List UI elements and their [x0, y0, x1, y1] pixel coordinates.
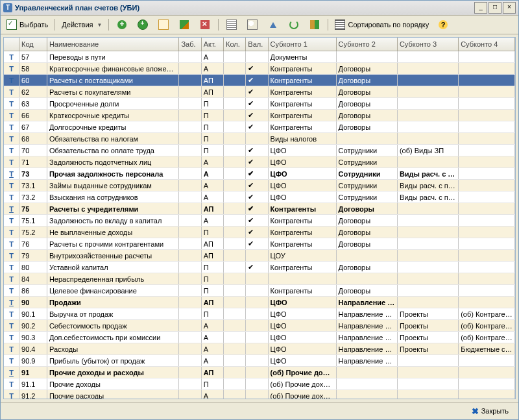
- column-header[interactable]: Заб.: [179, 38, 201, 51]
- table-row[interactable]: T90.2Себестоимость продажАЦФОНаправление…: [4, 320, 515, 332]
- column-header[interactable]: Вал.: [246, 38, 268, 51]
- table-cell: [246, 285, 268, 297]
- table-cell: [459, 262, 515, 273]
- table-row[interactable]: T91.1Прочие доходыП(об) Прочие доход…: [4, 378, 515, 390]
- table-cell: Проекты: [397, 332, 458, 343]
- table-cell: ✔: [246, 145, 268, 156]
- delete-button[interactable]: [195, 18, 215, 32]
- grid-scroll[interactable]: КодНаименованиеЗаб.Акт.Кол.Вал.Субконто …: [4, 38, 515, 399]
- table-cell: П: [201, 308, 223, 320]
- copy-button[interactable]: [154, 18, 173, 32]
- table-cell: 86: [19, 285, 47, 297]
- table-row[interactable]: T90.9Прибыль (убыток) от продажАЦФОНапра…: [4, 355, 515, 367]
- table-cell: [224, 51, 246, 63]
- table-cell: П: [201, 98, 223, 110]
- table-row[interactable]: T75.1Задолжность по вкладу в капиталА✔Ко…: [4, 215, 515, 227]
- table-cell: [224, 308, 246, 320]
- table-row[interactable]: T90ПродажиАПЦФОНаправление деят…: [4, 297, 515, 308]
- table-cell: [179, 227, 201, 238]
- refresh-button[interactable]: [284, 18, 304, 32]
- close-window-button[interactable]: ×: [503, 2, 516, 14]
- maximize-button[interactable]: □: [489, 2, 501, 14]
- table-row[interactable]: T79Внутрихозяйственные расчетыАПЦОУ: [4, 250, 515, 262]
- table-cell: 58: [19, 63, 47, 75]
- actions-dropdown[interactable]: Действия▼: [58, 18, 105, 32]
- table-cell: А: [201, 51, 223, 63]
- sort-button[interactable]: Сортировать по порядку: [332, 18, 432, 32]
- table-row[interactable]: T90.4РасходыАЦФОНаправление деятель…Прое…: [4, 343, 515, 355]
- table-cell: [459, 227, 515, 238]
- table-cell: А: [201, 180, 223, 191]
- add-group-button[interactable]: [133, 18, 152, 32]
- table-row[interactable]: T60Расчеты с поставщикамиАП✔КонтрагентыД…: [4, 75, 515, 86]
- table-cell: Расходы: [47, 343, 179, 355]
- table-row[interactable]: T76Расчеты с прочими контрагентамиАП✔Кон…: [4, 238, 515, 250]
- table-cell: П: [201, 133, 223, 145]
- column-header[interactable]: Код: [19, 38, 47, 51]
- table-cell: П: [201, 273, 223, 285]
- table-row[interactable]: T71Задолжность подотчетных лицА✔ЦФОСотру…: [4, 156, 515, 168]
- table-cell: 91.2: [19, 390, 47, 399]
- table-cell: [336, 390, 397, 399]
- find-button[interactable]: [243, 18, 262, 32]
- table-cell: Расчеты с покупателями: [47, 86, 179, 98]
- table-cell: [179, 297, 201, 308]
- table-cell: [336, 133, 397, 145]
- table-cell: (об) Прочие доход…: [268, 390, 336, 399]
- move-button[interactable]: [305, 18, 324, 32]
- column-header[interactable]: [4, 38, 19, 51]
- table-row[interactable]: T91.2Прочие расходыА(об) Прочие доход…: [4, 390, 515, 399]
- table-row[interactable]: T70Обязательства по оплате трудаП✔ЦФОСот…: [4, 145, 515, 156]
- column-header[interactable]: Субконто 2: [336, 38, 397, 51]
- table-cell: [224, 238, 246, 250]
- table-cell: T: [4, 238, 19, 250]
- table-cell: А: [201, 191, 223, 203]
- table-row[interactable]: T66Краткосрочные кредитыП✔КонтрагентыДог…: [4, 110, 515, 121]
- column-header[interactable]: Кол.: [224, 38, 246, 51]
- level-up-button[interactable]: [263, 18, 283, 32]
- table-row[interactable]: T57Переводы в путиАДокументы: [4, 51, 515, 63]
- table-cell: [397, 355, 458, 367]
- table-cell: Проекты: [397, 343, 458, 355]
- table-row[interactable]: T90.3Доп.себестоимость при комиссииАЦФОН…: [4, 332, 515, 343]
- table-cell: Документы: [268, 51, 336, 63]
- table-cell: [246, 250, 268, 262]
- table-row[interactable]: T91Прочие доходы и расходыАП(об) Прочие …: [4, 367, 515, 378]
- table-row[interactable]: T73.2Взыскания на сотрудниковА✔ЦФОСотруд…: [4, 191, 515, 203]
- table-row[interactable]: T75Расчеты с учредителямиАП✔КонтрагентыД…: [4, 203, 515, 215]
- table-cell: Взыскания на сотрудников: [47, 191, 179, 203]
- table-row[interactable]: T63Просроченные долгиП✔КонтрагентыДогово…: [4, 98, 515, 110]
- table-row[interactable]: T86Целевое финансированиеПКонтрагентыДог…: [4, 285, 515, 297]
- minimize-button[interactable]: _: [474, 2, 487, 14]
- table-row[interactable]: T73.1Займы выданные сотрудникамА✔ЦФОСотр…: [4, 180, 515, 191]
- table-cell: T: [4, 297, 19, 308]
- help-button[interactable]: [433, 18, 453, 32]
- table-cell: ✔: [246, 168, 268, 180]
- add-button[interactable]: [112, 18, 132, 32]
- edit-button[interactable]: [175, 18, 194, 32]
- column-header[interactable]: Наименование: [47, 38, 179, 51]
- table-row[interactable]: T67Долгосрочные кредитыП✔КонтрагентыДого…: [4, 121, 515, 133]
- hierarchy-button[interactable]: [222, 18, 241, 32]
- table-row[interactable]: T90.1Выручка от продажПЦФОНаправление де…: [4, 308, 515, 320]
- table-cell: T: [4, 343, 19, 355]
- column-header[interactable]: Акт.: [201, 38, 223, 51]
- select-button[interactable]: Выбрать: [3, 18, 51, 32]
- table-cell: [459, 110, 515, 121]
- table-cell: [179, 75, 201, 86]
- separator: [54, 19, 55, 31]
- table-cell: [224, 332, 246, 343]
- table-row[interactable]: T80Уставной капиталП✔КонтрагентыДоговоры: [4, 262, 515, 273]
- table-row[interactable]: T84Нераспределенная прибыльП: [4, 273, 515, 285]
- table-row[interactable]: T73Прочая задолжность персоналаА✔ЦФОСотр…: [4, 168, 515, 180]
- table-row[interactable]: T68Обязательства по налогамПВиды налогов: [4, 133, 515, 145]
- table-row[interactable]: T75.2Не выплаченные доходыП✔КонтрагентыД…: [4, 227, 515, 238]
- column-header[interactable]: Субконто 3: [397, 38, 458, 51]
- select-icon: [6, 19, 17, 30]
- column-header[interactable]: Субконто 1: [268, 38, 336, 51]
- table-row[interactable]: T62Расчеты с покупателямиАП✔КонтрагентыД…: [4, 86, 515, 98]
- close-button[interactable]: ✖ Закрыть: [467, 404, 513, 418]
- table-row[interactable]: T58Краткосрочные финансовые вложенияА✔Ко…: [4, 63, 515, 75]
- table-cell: 90.9: [19, 355, 47, 367]
- column-header[interactable]: Субконто 4: [459, 38, 515, 51]
